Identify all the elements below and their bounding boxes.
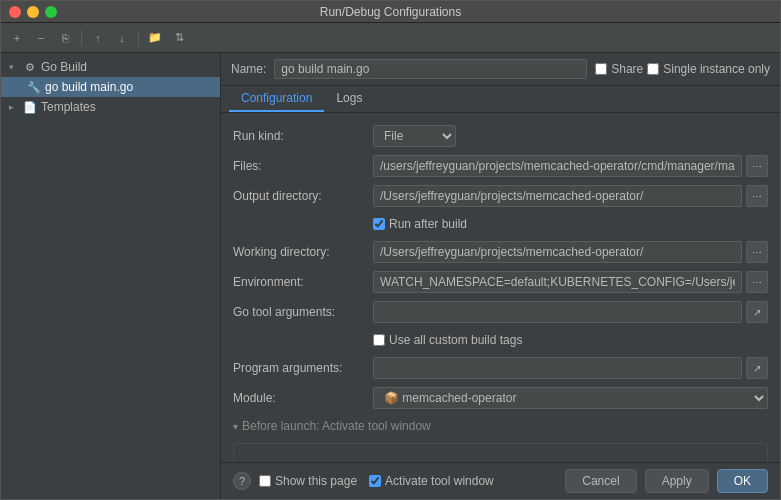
single-instance-checkbox[interactable] (647, 63, 659, 75)
bottom-left-options: Show this page Activate tool window (259, 474, 494, 488)
module-control: 📦 memcached-operator (373, 387, 768, 409)
run-after-build-label: Run after build (373, 217, 467, 231)
run-kind-control: File Package Directory (373, 125, 768, 147)
ok-button[interactable]: OK (717, 469, 768, 493)
run-after-build-row: Run after build (221, 211, 780, 237)
build-tags-row: Use all custom build tags (221, 327, 780, 353)
dialog-title: Run/Debug Configurations (320, 5, 461, 19)
files-browse-button[interactable]: ⋯ (746, 155, 768, 177)
cancel-button[interactable]: Cancel (565, 469, 636, 493)
title-bar: Run/Debug Configurations (1, 1, 780, 23)
run-kind-select[interactable]: File Package Directory (373, 125, 456, 147)
move-up-button[interactable]: ↑ (88, 28, 108, 48)
tab-configuration[interactable]: Configuration (229, 86, 324, 112)
main-content: ▾ ⚙ Go Build 🔧 go build main.go ▸ 📄 Temp… (1, 53, 780, 499)
files-label: Files: (233, 159, 373, 173)
module-select[interactable]: 📦 memcached-operator (373, 387, 768, 409)
remove-config-button[interactable]: − (31, 28, 51, 48)
maximize-button[interactable] (45, 6, 57, 18)
program-args-control: ↗ (373, 357, 768, 379)
apply-button[interactable]: Apply (645, 469, 709, 493)
tabs-bar: Configuration Logs (221, 86, 780, 113)
folder-button[interactable]: 📁 (145, 28, 165, 48)
working-dir-browse-button[interactable]: ⋯ (746, 241, 768, 263)
sidebar-templates-label: Templates (41, 100, 96, 114)
traffic-lights (9, 6, 57, 18)
sidebar-group-go-build[interactable]: ▾ ⚙ Go Build (1, 57, 220, 77)
go-tool-args-expand-button[interactable]: ↗ (746, 301, 768, 323)
output-dir-browse-button[interactable]: ⋯ (746, 185, 768, 207)
environment-label: Environment: (233, 275, 373, 289)
config-panel: Run kind: File Package Directory Files: (221, 113, 780, 462)
program-args-row: Program arguments: ↗ (221, 353, 780, 383)
share-area: Share Single instance only (595, 62, 770, 76)
name-label: Name: (231, 62, 266, 76)
activate-window-text: Activate tool window (385, 474, 494, 488)
run-after-build-control: Run after build (373, 217, 768, 231)
sidebar-item-label: go build main.go (45, 80, 133, 94)
program-args-label: Program arguments: (233, 361, 373, 375)
environment-row: Environment: ⋯ (221, 267, 780, 297)
name-bar: Name: Share Single instance only (221, 53, 780, 86)
environment-input[interactable] (373, 271, 742, 293)
share-label: Share (611, 62, 643, 76)
bottom-bar: ? Show this page Activate tool window Ca… (221, 462, 780, 499)
working-dir-input[interactable] (373, 241, 742, 263)
close-button[interactable] (9, 6, 21, 18)
copy-config-button[interactable]: ⎘ (55, 28, 75, 48)
files-control: ⋯ (373, 155, 768, 177)
build-tags-checkbox[interactable] (373, 334, 385, 346)
move-down-button[interactable]: ↓ (112, 28, 132, 48)
run-after-build-checkbox[interactable] (373, 218, 385, 230)
group-icon: ⚙ (23, 61, 37, 74)
single-instance-label: Single instance only (663, 62, 770, 76)
help-button[interactable]: ? (233, 472, 251, 490)
output-dir-control: ⋯ (373, 185, 768, 207)
environment-browse-button[interactable]: ⋯ (746, 271, 768, 293)
sort-button[interactable]: ⇅ (169, 28, 189, 48)
sidebar-group-templates[interactable]: ▸ 📄 Templates (1, 97, 220, 117)
show-page-checkbox[interactable] (259, 475, 271, 487)
group-expand-arrow: ▾ (9, 62, 19, 72)
module-label: Module: (233, 391, 373, 405)
go-tool-args-label: Go tool arguments: (233, 305, 373, 319)
run-after-build-text: Run after build (389, 217, 467, 231)
before-launch-arrow: ▾ (233, 421, 238, 432)
files-input[interactable] (373, 155, 742, 177)
activate-window-checkbox[interactable] (369, 475, 381, 487)
program-args-expand-button[interactable]: ↗ (746, 357, 768, 379)
working-dir-label: Working directory: (233, 245, 373, 259)
templates-icon: 📄 (23, 101, 37, 114)
run-debug-dialog: Run/Debug Configurations + − ⎘ ↑ ↓ 📁 ⇅ ▾… (0, 0, 781, 500)
config-icon: 🔧 (27, 81, 41, 94)
build-tags-control: Use all custom build tags (373, 333, 768, 347)
go-tool-args-input[interactable] (373, 301, 742, 323)
working-dir-control: ⋯ (373, 241, 768, 263)
environment-control: ⋯ (373, 271, 768, 293)
name-input[interactable] (274, 59, 587, 79)
working-dir-row: Working directory: ⋯ (221, 237, 780, 267)
output-dir-row: Output directory: ⋯ (221, 181, 780, 211)
program-args-input[interactable] (373, 357, 742, 379)
show-page-label: Show this page (259, 474, 357, 488)
go-tool-args-control: ↗ (373, 301, 768, 323)
output-dir-input[interactable] (373, 185, 742, 207)
build-tags-text: Use all custom build tags (389, 333, 522, 347)
add-config-button[interactable]: + (7, 28, 27, 48)
toolbar-separator-1 (81, 30, 82, 46)
run-kind-row: Run kind: File Package Directory (221, 121, 780, 151)
build-tags-label: Use all custom build tags (373, 333, 522, 347)
tab-logs[interactable]: Logs (324, 86, 374, 112)
sidebar-group-label: Go Build (41, 60, 87, 74)
minimize-button[interactable] (27, 6, 39, 18)
before-launch-content: There are no tasks to run before launch (234, 444, 767, 462)
sidebar-item-go-build-main[interactable]: 🔧 go build main.go (1, 77, 220, 97)
module-row: Module: 📦 memcached-operator (221, 383, 780, 413)
share-checkbox[interactable] (595, 63, 607, 75)
right-panel: Name: Share Single instance only Configu… (221, 53, 780, 499)
before-launch-header[interactable]: ▾ Before launch: Activate tool window (221, 413, 780, 439)
go-tool-args-row: Go tool arguments: ↗ (221, 297, 780, 327)
templates-arrow: ▸ (9, 102, 19, 112)
main-toolbar: + − ⎘ ↑ ↓ 📁 ⇅ (1, 23, 780, 53)
before-launch-label: Before launch: Activate tool window (242, 419, 431, 433)
